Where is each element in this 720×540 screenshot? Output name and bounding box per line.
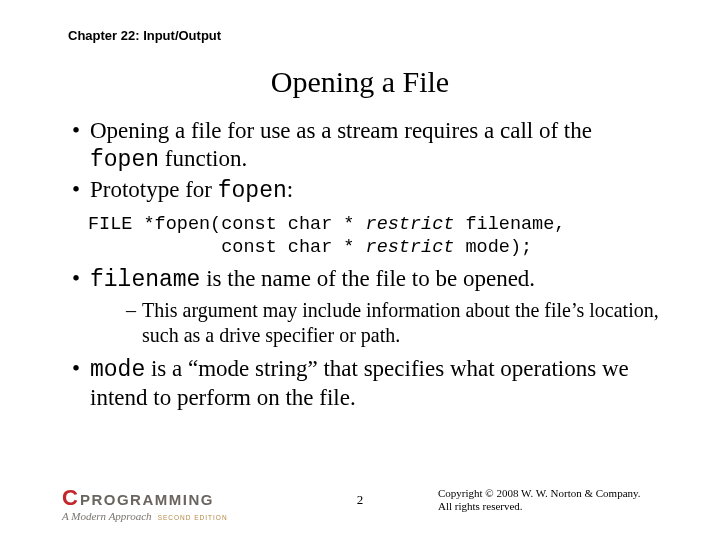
code-text: const char * [88,237,366,258]
text: : [287,177,293,202]
code-text: filename, [454,214,565,235]
logo-top-row: C PROGRAMMING [62,487,250,509]
code-inline: fopen [90,147,159,173]
bullet-list: filename is the name of the file to be o… [58,265,662,412]
code-inline: mode [90,357,145,383]
sub-bullet-item: This argument may include information ab… [126,298,662,347]
text: This argument may include information ab… [142,299,659,345]
copyright-line: Copyright © 2008 W. W. Norton & Company. [438,487,658,501]
chapter-label: Chapter 22: Input/Output [68,28,662,43]
book-logo: C PROGRAMMING A Modern Approach SECOND E… [62,487,250,522]
code-text: FILE *fopen(const char * [88,214,366,235]
copyright: Copyright © 2008 W. W. Norton & Company.… [438,487,658,515]
slide: Chapter 22: Input/Output Opening a File … [0,0,720,540]
logo-sub-row: A Modern Approach SECOND EDITION [62,510,250,522]
code-inline: filename [90,267,200,293]
code-inline: fopen [218,178,287,204]
bullet-list: Opening a file for use as a stream requi… [58,117,662,205]
bullet-item: filename is the name of the file to be o… [72,265,662,347]
code-text: mode); [454,237,532,258]
page-number: 2 [357,492,364,508]
logo-programming: PROGRAMMING [80,492,214,507]
sub-bullet-list: This argument may include information ab… [90,298,662,347]
logo-subtitle: A Modern Approach [62,510,152,522]
bullet-item: mode is a “mode string” that specifies w… [72,355,662,412]
code-keyword: restrict [366,237,455,258]
bullet-item: Opening a file for use as a stream requi… [72,117,662,174]
text: Opening a file for use as a stream requi… [90,118,592,143]
text: function. [159,146,247,171]
slide-title: Opening a File [58,65,662,99]
text: is a “mode string” that specifies what o… [90,356,629,410]
text: Prototype for [90,177,218,202]
copyright-line: All rights reserved. [438,500,658,514]
footer: C PROGRAMMING A Modern Approach SECOND E… [0,480,720,528]
text: is the name of the file to be opened. [200,266,535,291]
code-block: FILE *fopen(const char * restrict filena… [88,213,662,259]
code-keyword: restrict [366,214,455,235]
logo-edition: SECOND EDITION [158,514,228,521]
bullet-item: Prototype for fopen: [72,176,662,205]
logo-letter-c: C [62,487,78,509]
